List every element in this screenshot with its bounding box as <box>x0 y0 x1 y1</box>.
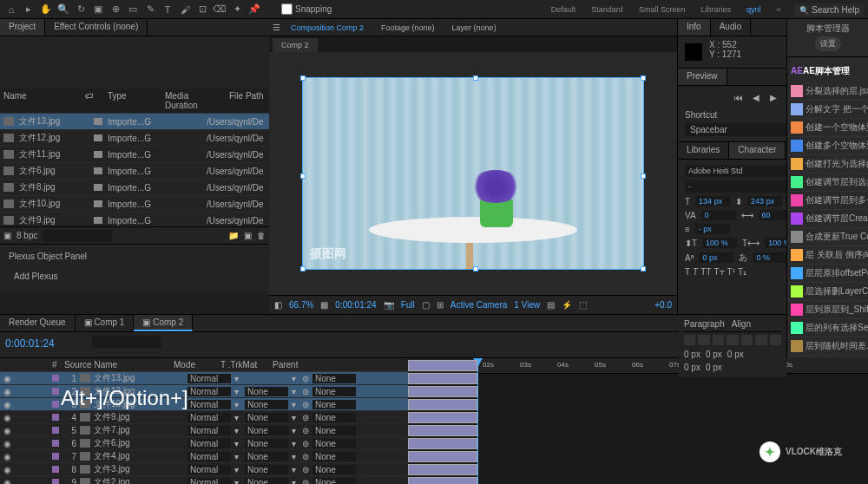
italic-icon[interactable]: T <box>693 267 698 277</box>
parent-pick-icon[interactable]: ⊚ <box>302 465 309 474</box>
script-item[interactable]: 分解文字 把一个文字图层 <box>787 101 868 119</box>
indent-first[interactable]: 0 px <box>727 350 744 359</box>
workspace-active[interactable]: qynl <box>740 3 768 16</box>
justify-all-icon[interactable] <box>770 335 781 345</box>
workspace-default[interactable]: Default <box>544 3 583 16</box>
justify-right-icon[interactable] <box>755 335 766 345</box>
new-comp-icon[interactable]: ▣ <box>3 231 11 240</box>
visibility-icon[interactable]: ◉ <box>3 426 12 435</box>
rotate-tool-icon[interactable]: ↻ <box>73 2 89 17</box>
viewer-time[interactable]: 0:00:01:24 <box>335 300 376 310</box>
fast-preview-icon[interactable]: ⚡ <box>562 300 572 310</box>
snapping-checkbox[interactable] <box>281 3 293 15</box>
space-after[interactable]: 0 px <box>706 363 722 372</box>
align-tab[interactable]: Align <box>732 319 751 329</box>
text-tool-icon[interactable]: T <box>160 2 175 17</box>
workspace-standard[interactable]: Standard <box>584 3 630 16</box>
new-comp-btn-icon[interactable]: ▣ <box>244 231 252 240</box>
timeline-layer[interactable]: ◉5文件7.jpgNormal▾None▾⊚None <box>0 424 408 437</box>
script-item[interactable]: 创建一个空物体到选择 <box>787 119 868 137</box>
col-mode[interactable]: Mode <box>174 360 220 370</box>
res-half-icon[interactable]: ▦ <box>320 300 328 310</box>
layer-bar[interactable] <box>408 477 477 484</box>
resolution[interactable]: Full <box>401 300 415 310</box>
parent-select[interactable]: None <box>312 478 356 485</box>
layer-bar[interactable] <box>408 360 477 371</box>
blend-mode[interactable]: Normal <box>187 478 231 485</box>
blend-mode[interactable]: Normal <box>187 426 231 435</box>
pan-behind-tool-icon[interactable]: ⊕ <box>108 2 123 17</box>
new-folder-icon[interactable]: 📁 <box>228 231 239 240</box>
preview-tab[interactable]: Preview <box>678 69 727 85</box>
visibility-icon[interactable]: ◉ <box>3 413 12 422</box>
track-matte[interactable]: None <box>245 439 288 448</box>
visibility-icon[interactable]: ◉ <box>3 400 12 409</box>
current-time[interactable]: 0:00:01:24 <box>0 332 87 357</box>
subscript-icon[interactable]: T₁ <box>738 267 746 277</box>
col-duration[interactable]: Media Duration <box>165 91 217 110</box>
parent-select[interactable]: None <box>312 387 356 396</box>
brush-tool-icon[interactable]: 🖌 <box>177 2 193 17</box>
puppet-tool-icon[interactable]: 📌 <box>247 2 262 17</box>
blend-mode[interactable]: Normal <box>187 374 231 383</box>
parent-pick-icon[interactable]: ⊚ <box>302 439 309 448</box>
preview-viewport[interactable]: 摄图网 <box>302 77 644 270</box>
indent-right[interactable]: 0 px <box>706 350 722 359</box>
timeline-layer[interactable]: ◉7文件4.jpgNormal▾None▾⊚None <box>0 450 408 463</box>
project-item[interactable]: 文件6.jpgImporte...G/Users/qynl/De <box>0 163 269 180</box>
track-matte[interactable]: None <box>245 387 288 396</box>
playhead[interactable] <box>477 358 478 484</box>
project-item[interactable]: 文件8.jpgImporte...G/Users/qynl/De <box>0 180 269 196</box>
justify-left-icon[interactable] <box>727 335 738 345</box>
script-item[interactable]: 层到随机时间差.jsxbin <box>787 337 868 356</box>
visibility-icon[interactable]: ◉ <box>3 478 12 484</box>
kerning[interactable] <box>701 210 736 220</box>
workspace-small[interactable]: Small Screen <box>632 3 693 16</box>
timeline-layer[interactable]: ◉4文件9.jpgNormal▾None▾⊚None <box>0 411 408 424</box>
vscale[interactable] <box>702 238 737 248</box>
camera-select[interactable]: Active Camera <box>450 300 508 310</box>
align-center-icon[interactable] <box>698 335 709 345</box>
search-help[interactable]: 🔍 Search Help <box>794 3 865 16</box>
smallcaps-icon[interactable]: Tᴛ <box>713 267 724 277</box>
add-plexus-button[interactable]: Add Plexus <box>7 268 262 285</box>
view-layout[interactable]: 1 View <box>514 300 540 310</box>
layer-bar[interactable] <box>408 386 477 397</box>
stroke-width[interactable] <box>695 224 730 234</box>
allcaps-icon[interactable]: TT <box>700 267 711 277</box>
zoom-level[interactable]: 66.7% <box>289 300 313 310</box>
parent-select[interactable]: None <box>312 465 356 474</box>
parent-select[interactable]: None <box>312 400 356 409</box>
leading[interactable] <box>747 196 782 206</box>
exposure[interactable]: +0.0 <box>654 300 672 310</box>
script-item[interactable]: 层层原排offsetPosition <box>787 265 868 283</box>
project-item[interactable]: 文件13.jpgImporte...G/Users/qynl/De <box>0 114 269 130</box>
script-item[interactable]: 创建调节层到多个Create <box>787 192 868 210</box>
info-tab[interactable]: Info <box>678 19 711 36</box>
play-icon[interactable]: ▶ <box>766 93 780 105</box>
trash-icon[interactable]: 🗑 <box>257 231 266 240</box>
script-item[interactable]: 层 关联后 倒序向右排列 <box>787 246 868 265</box>
layer-bar[interactable] <box>408 373 477 384</box>
parent-pick-icon[interactable]: ⊚ <box>302 478 309 485</box>
script-item[interactable]: 分裂选择的层.jsxbin <box>787 82 868 101</box>
character-tab[interactable]: Character <box>729 142 786 159</box>
visibility-icon[interactable]: ◉ <box>3 387 12 396</box>
space-before[interactable]: 0 px <box>684 363 700 372</box>
layer-bar[interactable] <box>408 399 477 410</box>
project-item[interactable]: 文件10.jpgImporte...G/Users/qynl/De <box>0 196 269 213</box>
track-matte[interactable]: None <box>245 452 288 461</box>
script-settings-btn[interactable]: 设置 <box>815 36 841 51</box>
first-frame-icon[interactable]: ⏮ <box>732 93 746 105</box>
blend-mode[interactable]: Normal <box>187 400 231 409</box>
3d-icon[interactable]: ⬚ <box>579 300 587 310</box>
zoom-tool-icon[interactable]: 🔍 <box>56 2 71 17</box>
font-size[interactable] <box>695 196 730 206</box>
timeline-layer[interactable]: ◉9文件2.jpgNormal▾None▾⊚None <box>0 476 408 484</box>
project-item[interactable]: 文件12.jpgImporte...G/Users/qynl/De <box>0 130 269 147</box>
parent-select[interactable]: None <box>312 452 356 461</box>
project-item[interactable]: 文件9.jpgImporte...G/Users/qynl/De <box>0 213 269 226</box>
comp1-tab[interactable]: ▣ Comp 1 <box>76 315 135 331</box>
parent-pick-icon[interactable]: ⊚ <box>302 374 309 383</box>
track-matte[interactable]: None <box>245 400 288 409</box>
